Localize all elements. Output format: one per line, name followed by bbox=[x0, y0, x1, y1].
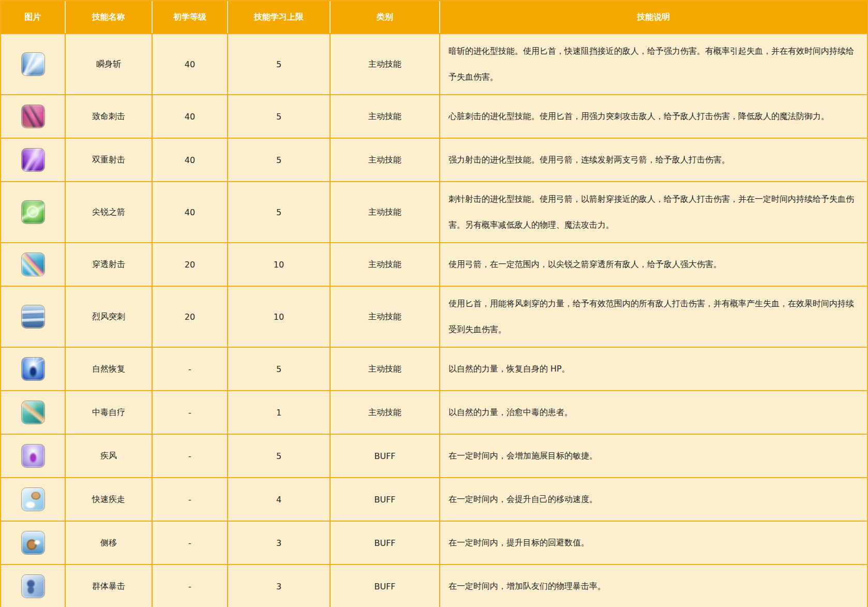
cure-poison-icon bbox=[22, 401, 44, 424]
learn-level: 40 bbox=[152, 33, 227, 94]
learn-limit: 10 bbox=[227, 242, 330, 286]
skill-name: 瞬身斩 bbox=[65, 33, 152, 94]
skill-category: 主动技能 bbox=[330, 286, 439, 347]
learn-limit: 5 bbox=[227, 33, 330, 94]
skill-name: 群体暴击 bbox=[65, 564, 152, 607]
learn-level: - bbox=[152, 390, 227, 434]
learn-level: - bbox=[152, 347, 227, 390]
header-row: 图片 技能名称 初学等级 技能学习上限 类别 技能说明 bbox=[1, 1, 867, 33]
learn-level: - bbox=[152, 564, 227, 607]
skill-name: 尖锐之箭 bbox=[65, 181, 152, 242]
table-row: 穿透射击 20 10 主动技能 使用弓箭，在一定范围内，以尖锐之箭穿透所有敌人，… bbox=[1, 242, 867, 286]
skill-table-body: 瞬身斩 40 5 主动技能 暗斩的进化型技能。使用匕首，快速阻挡接近的敌人，给予… bbox=[1, 33, 867, 607]
double-shot-icon bbox=[22, 149, 44, 171]
skill-table: 图片 技能名称 初学等级 技能学习上限 类别 技能说明 瞬身斩 40 5 主动技… bbox=[0, 0, 868, 607]
skill-description: 在一定时间内，会提升自己的移动速度。 bbox=[439, 477, 867, 521]
skill-description: 使用弓箭，在一定范围内，以尖锐之箭穿透所有敌人，给予敌人强大伤害。 bbox=[439, 242, 867, 286]
skill-image-cell bbox=[1, 434, 65, 477]
learn-level: - bbox=[152, 477, 227, 521]
skill-image-cell bbox=[1, 347, 65, 390]
learn-limit: 5 bbox=[227, 434, 330, 477]
skill-description: 在一定时间内，会增加施展目标的敏捷。 bbox=[439, 434, 867, 477]
skill-name: 自然恢复 bbox=[65, 347, 152, 390]
learn-level: 20 bbox=[152, 242, 227, 286]
learn-limit: 5 bbox=[227, 94, 330, 138]
skill-description: 以自然的力量，治愈中毒的患者。 bbox=[439, 390, 867, 434]
learn-limit: 1 bbox=[227, 390, 330, 434]
learn-level: 40 bbox=[152, 138, 227, 181]
skill-category: BUFF bbox=[330, 477, 439, 521]
fatal-stab-icon bbox=[22, 105, 44, 128]
skill-category: BUFF bbox=[330, 434, 439, 477]
skill-category: BUFF bbox=[330, 521, 439, 564]
skill-image-cell bbox=[1, 138, 65, 181]
learn-level: 40 bbox=[152, 94, 227, 138]
table-header: 图片 技能名称 初学等级 技能学习上限 类别 技能说明 bbox=[1, 1, 867, 33]
table-row: 烈风突刺 20 10 主动技能 使用匕首，用能将风刺穿的力量，给予有效范围内的所… bbox=[1, 286, 867, 347]
skill-description: 在一定时间内，提升目标的回避数值。 bbox=[439, 521, 867, 564]
swift-wind-icon bbox=[22, 445, 44, 467]
skill-description: 使用匕首，用能将风刺穿的力量，给予有效范围内的所有敌人打击伤害，并有概率产生失血… bbox=[439, 286, 867, 347]
learn-level: 40 bbox=[152, 181, 227, 242]
column-header-image: 图片 bbox=[1, 1, 65, 33]
skill-image-cell bbox=[1, 564, 65, 607]
learn-level: - bbox=[152, 434, 227, 477]
skill-name: 致命刺击 bbox=[65, 94, 152, 138]
skill-category: 主动技能 bbox=[330, 390, 439, 434]
table-row: 自然恢复 - 5 主动技能 以自然的力量，恢复自身的 HP。 bbox=[1, 347, 867, 390]
skill-description: 暗斩的进化型技能。使用匕首，快速阻挡接近的敌人，给予强力伤害。有概率引起失血，并… bbox=[439, 33, 867, 94]
skill-description: 心脏刺击的进化型技能。使用匕首，用强力突刺攻击敌人，给予敌人打击伤害，降低敌人的… bbox=[439, 94, 867, 138]
learn-limit: 3 bbox=[227, 521, 330, 564]
nature-recovery-icon bbox=[22, 358, 44, 380]
pierce-shot-icon bbox=[22, 253, 44, 276]
learn-level: 20 bbox=[152, 286, 227, 347]
skill-image-cell bbox=[1, 94, 65, 138]
skill-name: 双重射击 bbox=[65, 138, 152, 181]
table-row: 尖锐之箭 40 5 主动技能 刺针射击的进化型技能。使用弓箭，以箭射穿接近的敌人… bbox=[1, 181, 867, 242]
skill-category: 主动技能 bbox=[330, 138, 439, 181]
table-row: 快速疾走 - 4 BUFF 在一定时间内，会提升自己的移动速度。 bbox=[1, 477, 867, 521]
skill-description: 以自然的力量，恢复自身的 HP。 bbox=[439, 347, 867, 390]
skill-image-cell bbox=[1, 33, 65, 94]
learn-limit: 10 bbox=[227, 286, 330, 347]
table-row: 疾风 - 5 BUFF 在一定时间内，会增加施展目标的敏捷。 bbox=[1, 434, 867, 477]
skill-category: 主动技能 bbox=[330, 94, 439, 138]
column-header-learn-limit: 技能学习上限 bbox=[227, 1, 330, 33]
skill-name: 快速疾走 bbox=[65, 477, 152, 521]
column-header-skill-name: 技能名称 bbox=[65, 1, 152, 33]
skill-description: 在一定时间内，增加队友们的物理暴击率。 bbox=[439, 564, 867, 607]
skill-description: 强力射击的进化型技能。使用弓箭，连续发射两支弓箭，给予敌人打击伤害。 bbox=[439, 138, 867, 181]
side-step-icon bbox=[22, 531, 44, 554]
skill-name: 穿透射击 bbox=[65, 242, 152, 286]
learn-limit: 3 bbox=[227, 564, 330, 607]
table-row: 群体暴击 - 3 BUFF 在一定时间内，增加队友们的物理暴击率。 bbox=[1, 564, 867, 607]
column-header-description: 技能说明 bbox=[439, 1, 867, 33]
column-header-category: 类别 bbox=[330, 1, 439, 33]
table-row: 侧移 - 3 BUFF 在一定时间内，提升目标的回避数值。 bbox=[1, 521, 867, 564]
skill-category: 主动技能 bbox=[330, 242, 439, 286]
skill-category: 主动技能 bbox=[330, 181, 439, 242]
sharp-arrow-icon bbox=[22, 201, 44, 224]
learn-limit: 5 bbox=[227, 181, 330, 242]
skill-name: 侧移 bbox=[65, 521, 152, 564]
skill-name: 中毒自疗 bbox=[65, 390, 152, 434]
skill-image-cell bbox=[1, 390, 65, 434]
skill-name: 疾风 bbox=[65, 434, 152, 477]
group-crit-icon bbox=[22, 575, 44, 598]
column-header-learn-level: 初学等级 bbox=[152, 1, 227, 33]
learn-limit: 4 bbox=[227, 477, 330, 521]
learn-limit: 5 bbox=[227, 138, 330, 181]
skill-category: BUFF bbox=[330, 564, 439, 607]
skill-image-cell bbox=[1, 286, 65, 347]
skill-image-cell bbox=[1, 181, 65, 242]
table-row: 瞬身斩 40 5 主动技能 暗斩的进化型技能。使用匕首，快速阻挡接近的敌人，给予… bbox=[1, 33, 867, 94]
skill-image-cell bbox=[1, 521, 65, 564]
skill-category: 主动技能 bbox=[330, 347, 439, 390]
gale-stab-icon bbox=[22, 305, 44, 328]
skill-description: 刺针射击的进化型技能。使用弓箭，以箭射穿接近的敌人，给予敌人打击伤害，并在一定时… bbox=[439, 181, 867, 242]
table-row: 双重射击 40 5 主动技能 强力射击的进化型技能。使用弓箭，连续发射两支弓箭，… bbox=[1, 138, 867, 181]
skill-image-cell bbox=[1, 242, 65, 286]
skill-name: 烈风突刺 bbox=[65, 286, 152, 347]
skill-category: 主动技能 bbox=[330, 33, 439, 94]
skill-image-cell bbox=[1, 477, 65, 521]
